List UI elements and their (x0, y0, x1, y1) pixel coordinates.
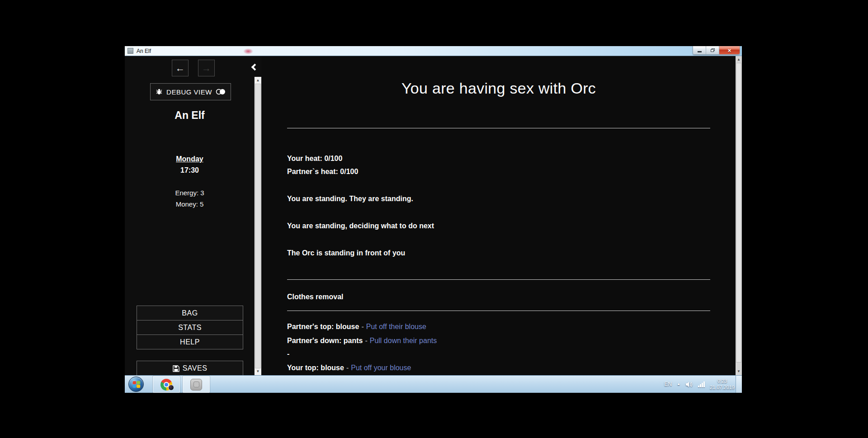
action-link[interactable]: Pull down their pants (370, 337, 437, 344)
divider (287, 128, 710, 128)
game-title: An Elf (125, 109, 255, 122)
game-viewport: ← → DEBUG VIEW (125, 56, 742, 375)
stats-button[interactable]: STATS (137, 320, 243, 335)
chevron-left-icon (251, 63, 258, 71)
game-day: Monday (125, 155, 255, 163)
stance-line: You are standing. They are standing. (287, 195, 710, 203)
action-label: Partner's top: blouse (287, 323, 359, 330)
restore-button[interactable] (706, 46, 719, 54)
restore-icon (711, 48, 715, 52)
window-controls: × (693, 46, 740, 55)
saves-button[interactable]: SAVES (137, 361, 243, 375)
money-stat: Money: 5 (125, 200, 255, 208)
bag-button[interactable]: BAG (137, 306, 243, 320)
saves-button-label: SAVES (183, 364, 208, 372)
start-button[interactable] (128, 377, 144, 392)
taskbar-chrome-button[interactable] (153, 376, 180, 393)
stats-button-label: STATS (178, 324, 202, 332)
action-label: Your top: blouse (287, 364, 344, 372)
action-separator: - (361, 323, 363, 330)
history-forward-button[interactable]: → (198, 60, 215, 76)
taskbar: EN ▲ 0:23 21.07.2019 (125, 375, 742, 393)
chrome-badge-icon (168, 385, 174, 391)
history-back-button[interactable]: ← (172, 60, 189, 76)
taskbar-app-button[interactable] (183, 376, 210, 393)
app-window: An Elf × ← → (125, 46, 742, 393)
scroll-up-icon[interactable]: ▲ (736, 57, 742, 63)
toggle-icon (216, 89, 226, 95)
window-title: An Elf (137, 48, 151, 54)
main-scrollbar-thumb[interactable] (736, 63, 741, 363)
debug-view-label: DEBUG VIEW (166, 88, 212, 96)
sidebar: ← → DEBUG VIEW (125, 56, 255, 375)
help-button-label: HELP (180, 338, 200, 346)
action-link[interactable]: Put off their blouse (366, 323, 426, 330)
divider (287, 311, 710, 311)
action-row: Your top: blouse-Put off your blouse (287, 364, 710, 372)
action-label: - (287, 350, 289, 358)
section-title: Clothes removal (287, 293, 710, 301)
status-line: You are standing, deciding what to do ne… (287, 222, 710, 230)
action-separator: - (365, 337, 367, 344)
partner-position-line: The Orc is standing in front of you (287, 249, 710, 257)
scroll-down-icon[interactable]: ▼ (255, 368, 261, 375)
heat-line-partner: Partner`s heat: 0/100 (287, 168, 710, 176)
main-scrollbar[interactable]: ▲ ▼ (736, 56, 742, 375)
divider (287, 279, 710, 280)
forward-arrow-icon: → (202, 63, 211, 73)
action-label: Partner's down: pants (287, 337, 363, 344)
close-icon: × (728, 47, 731, 53)
bag-button-label: BAG (182, 309, 198, 317)
scroll-up-icon[interactable]: ▲ (255, 77, 261, 84)
scroll-down-icon[interactable]: ▼ (736, 368, 742, 375)
show-desktop-button[interactable] (736, 376, 742, 393)
letterbox-background: An Elf × ← → (0, 0, 868, 438)
window-app-icon (127, 48, 133, 54)
hidden-icons-button[interactable]: ▲ (677, 382, 680, 386)
close-button[interactable]: × (719, 46, 740, 54)
system-tray: EN ▲ 0:23 21.07.2019 (664, 376, 735, 393)
heat-line-you: Your heat: 0/100 (287, 155, 710, 163)
action-row: Partner's down: pants-Pull down their pa… (287, 337, 710, 345)
minimize-icon (698, 51, 702, 52)
floppy-disk-icon (173, 365, 179, 372)
action-separator: - (346, 364, 349, 372)
collapse-sidebar-button[interactable] (246, 58, 261, 76)
action-link[interactable]: Put off your blouse (351, 364, 411, 372)
language-indicator[interactable]: EN (664, 381, 672, 387)
debug-view-button[interactable]: DEBUG VIEW (150, 83, 231, 100)
back-arrow-icon: ← (175, 63, 185, 73)
app-icon (190, 379, 202, 391)
sidebar-scrollbar[interactable]: ▲ ▼ (254, 77, 261, 375)
scene-title: You are having sex with Orc (262, 80, 736, 97)
game-time: 17:30 (125, 166, 255, 174)
network-signal-icon[interactable] (698, 381, 705, 387)
window-titlebar[interactable]: An Elf × (125, 46, 742, 56)
taskbar-clock[interactable]: 0:23 21.07.2019 (710, 378, 735, 391)
action-row: Partner's top: blouse-Put off their blou… (287, 323, 710, 331)
volume-icon[interactable] (685, 381, 693, 388)
clock-time: 0:23 (717, 378, 727, 384)
help-button[interactable]: HELP (137, 334, 243, 349)
windows-logo-icon (132, 381, 140, 388)
sidebar-scrollbar-thumb[interactable] (255, 84, 261, 368)
clock-date: 21.07.2019 (710, 385, 735, 390)
minimize-button[interactable] (693, 46, 706, 54)
action-row: - (287, 350, 710, 358)
main-content: You are having sex with Orc Your heat: 0… (262, 56, 736, 375)
energy-stat: Energy: 3 (125, 189, 255, 197)
bug-icon (156, 88, 163, 95)
wallpaper-smudge (243, 48, 253, 54)
